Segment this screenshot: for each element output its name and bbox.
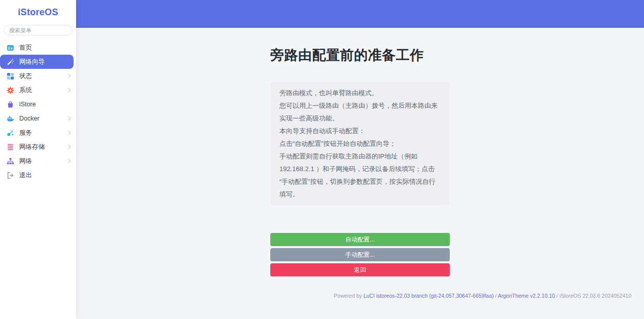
sidebar-item-logout[interactable]: 退出 (0, 168, 76, 182)
home-icon (7, 44, 14, 52)
chevron-right-icon (66, 159, 70, 163)
footer-version-text: / iStoreOS 22.03.6 2024052410 (555, 293, 631, 299)
chevron-right-icon (66, 145, 70, 149)
sidebar-item-label: 服务 (19, 129, 67, 137)
back-button[interactable]: 返回 (270, 263, 450, 276)
docker-icon (7, 115, 14, 123)
manual-config-button[interactable]: 手动配置... (270, 248, 450, 261)
page: iStoreOS 首页 网络向导 状态 (0, 0, 644, 319)
page-title: 旁路由配置前的准备工作 (270, 47, 450, 64)
chevron-right-icon (66, 74, 70, 78)
footer-powered-by-text: Powered by (334, 293, 363, 299)
status-icon (7, 72, 14, 80)
sidebar-item-network[interactable]: 网络 (0, 154, 76, 168)
wizard-icon (7, 58, 14, 66)
search-input[interactable] (4, 25, 73, 35)
sidebar-search (0, 23, 76, 38)
main-content: 旁路由配置前的准备工作 旁路由模式，也叫单臂路由模式。 您可以用上一级路由（主路… (76, 28, 644, 319)
footer: Powered by LuCI istoreos-22.03 branch (g… (89, 293, 631, 299)
chevron-right-icon (66, 88, 70, 92)
sidebar-item-label: 首页 (19, 44, 72, 52)
sidebar-item-network-wizard[interactable]: 网络向导 (0, 55, 74, 69)
sidebar-item-label: 退出 (19, 171, 72, 180)
services-icon (7, 129, 14, 137)
sidebar-item-istore[interactable]: iStore (0, 97, 76, 111)
wizard-description-box: 旁路由模式，也叫单臂路由模式。 您可以用上一级路由（主路由）拨号，然后用本路由来… (270, 82, 450, 205)
sidebar-item-label: 网络存储 (19, 143, 67, 151)
sidebar-item-label: iStore (19, 101, 72, 108)
sidebar-item-services[interactable]: 服务 (0, 126, 76, 140)
sidebar-item-label: 系统 (19, 86, 67, 95)
sidebar-item-network-storage[interactable]: 网络存储 (0, 140, 76, 154)
storage-icon (7, 143, 14, 151)
app-logo: iStoreOS (0, 0, 76, 23)
auto-config-button[interactable]: 自动配置... (270, 233, 450, 246)
sidebar-item-label: 网络向导 (19, 58, 69, 66)
chevron-right-icon (66, 116, 70, 121)
footer-separator: / (494, 293, 498, 299)
chevron-right-icon (66, 131, 70, 135)
top-header-bar (76, 0, 644, 28)
footer-argon-theme-link[interactable]: ArgonTheme v2.2.10.10 (498, 293, 555, 299)
sidebar: iStoreOS 首页 网络向导 状态 (0, 0, 76, 319)
sidebar-item-system[interactable]: 系统 (0, 83, 76, 97)
system-icon (7, 87, 14, 94)
sidebar-item-label: 状态 (19, 72, 67, 81)
sidebar-item-docker[interactable]: Docker (0, 111, 76, 126)
sidebar-item-status[interactable]: 状态 (0, 69, 76, 83)
sidebar-item-label: Docker (19, 115, 67, 122)
istore-icon (7, 101, 14, 108)
logout-icon (7, 172, 14, 179)
sidebar-menu: 首页 网络向导 状态 系统 (0, 38, 76, 182)
wizard-buttons: 自动配置... 手动配置... 返回 (270, 233, 450, 276)
network-icon (7, 157, 14, 165)
footer-luci-link[interactable]: LuCI istoreos-22.03 branch (git-24.057.3… (364, 293, 494, 299)
sidebar-item-label: 网络 (19, 157, 67, 166)
sidebar-item-home[interactable]: 首页 (0, 41, 76, 55)
